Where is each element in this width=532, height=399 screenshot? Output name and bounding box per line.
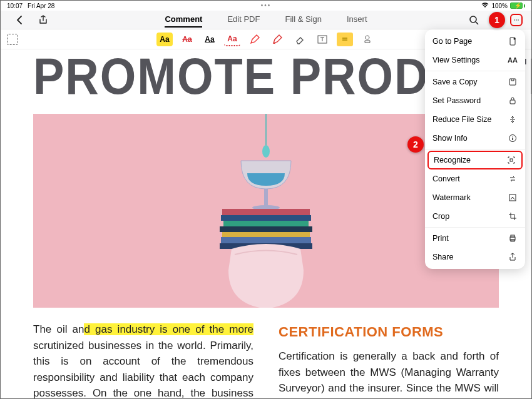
highlighted-text: d gas industry is [84,323,172,335]
svg-point-7 [518,19,519,21]
stamp-tool-icon[interactable] [359,33,376,46]
menu-label: Go to Page [432,37,472,46]
right-column: CERTIFICATION FORMS Certification is gen… [279,321,499,398]
svg-rect-20 [221,237,311,243]
svg-rect-27 [510,159,513,161]
menu-convert[interactable]: Convert [425,169,525,188]
multitask-handle-icon[interactable]: ••• [261,2,272,9]
menu-label: Show Info [432,134,468,143]
menu-label: Recognize [434,156,471,164]
menu-set-password[interactable]: Set Password [425,91,525,110]
svg-rect-15 [222,209,310,215]
svg-rect-30 [511,235,514,237]
tab-edit-pdf[interactable]: Edit PDF [227,12,260,28]
svg-point-9 [366,36,369,39]
overflow-menu: Go to Page View SettingsAA Save a Copy S… [425,29,525,269]
svg-point-0 [470,16,476,23]
svg-rect-13 [264,189,268,206]
selection-tool-icon[interactable] [7,34,18,45]
share-icon[interactable] [37,14,49,26]
svg-point-23 [514,38,516,40]
crop-icon [508,211,518,221]
wifi-icon [481,2,489,9]
left-column: The oil and gas industry is one of the m… [33,321,253,398]
tab-comment[interactable]: Comment [165,12,202,28]
menu-label: Set Password [432,96,481,105]
textbox-tool-icon[interactable] [314,33,330,46]
svg-rect-17 [223,221,309,226]
menu-label: Share [432,253,453,261]
tab-insert[interactable]: Insert [347,12,367,28]
menu-label: Save a Copy [432,78,478,86]
status-bar: 10:07 Fri Apr 28 ••• 100% ⚡ [1,1,531,11]
menu-save-copy[interactable]: Save a Copy [425,73,525,91]
status-time: 10:07 [7,3,23,9]
menu-label: Reduce File Size [432,115,492,124]
menu-label: Convert [432,174,460,183]
menu-crop[interactable]: Crop [425,207,525,226]
top-nav: Comment Edit PDF Fill & Sign Insert [1,11,531,29]
svg-point-5 [514,19,515,21]
status-date: Fri Apr 28 [28,3,54,9]
callout-badge-2: 2 [407,136,424,153]
tab-fill-sign[interactable]: Fill & Sign [285,12,322,28]
highlighted-text: one of the more [173,323,253,335]
menu-show-info[interactable]: Show Info [425,129,525,148]
note-tool-icon[interactable] [337,33,353,46]
print-icon [508,233,518,243]
lock-icon [508,96,518,106]
callout-badge-1: 1 [489,12,505,28]
menu-reduce-size[interactable]: Reduce File Size [425,110,525,129]
ocr-icon [506,155,516,165]
para-text: Certification is generally a back and fo… [279,350,499,398]
battery-icon: ⚡ [510,3,525,9]
menu-label: Crop [432,212,449,221]
menu-recognize[interactable]: Recognize [427,151,523,169]
marker-tool-icon[interactable] [269,33,285,46]
svg-rect-19 [222,232,310,237]
more-icon[interactable] [510,14,523,26]
highlight-tool[interactable]: Aa [156,33,173,46]
strikethrough-tool[interactable]: Aa [179,33,195,46]
underline-tool[interactable]: Aa [202,33,218,46]
svg-rect-16 [221,215,311,221]
compress-icon [508,114,518,124]
watermark-icon [508,193,518,203]
share-up-icon [508,252,518,262]
pen-tool-icon[interactable] [247,33,263,46]
save-icon [508,77,518,87]
svg-point-6 [516,19,517,21]
menu-view-settings[interactable]: View SettingsAA [425,51,525,69]
svg-rect-18 [220,226,312,232]
menu-label: Print [432,234,449,243]
svg-rect-24 [509,79,516,85]
eraser-tool-icon[interactable] [292,33,308,46]
menu-print[interactable]: Print [425,229,525,248]
back-icon[interactable] [13,14,26,26]
search-icon[interactable] [468,14,480,26]
section-heading: CERTIFICATION FORMS [279,321,499,342]
squiggly-tool[interactable]: Aa [224,33,240,46]
menu-label: Watermark [432,193,471,202]
para-text: The oil an [33,323,84,335]
svg-rect-28 [509,194,516,201]
text-settings-icon: AA [508,55,518,65]
menu-goto-page[interactable]: Go to Page [425,32,525,51]
svg-point-12 [262,145,270,158]
svg-rect-25 [510,100,515,104]
page-icon [508,36,518,46]
info-icon [508,133,518,143]
menu-share[interactable]: Share [425,248,525,266]
menu-watermark[interactable]: Watermark [425,188,525,207]
convert-icon [508,174,518,184]
menu-label: View Settings [432,56,480,64]
para-text: scrutinized businesses in the world. Pri… [33,340,253,399]
battery-percent: 100% [491,3,508,9]
